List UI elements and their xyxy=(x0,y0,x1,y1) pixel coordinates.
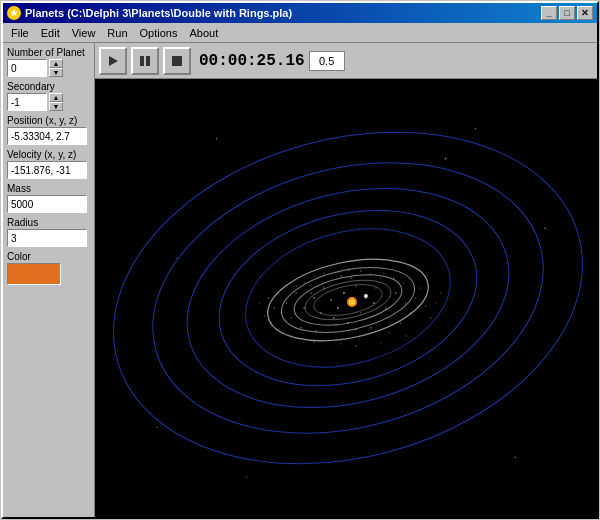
svg-point-41 xyxy=(435,302,436,303)
svg-rect-4 xyxy=(97,79,595,517)
svg-point-56 xyxy=(259,302,260,303)
svg-point-83 xyxy=(544,228,546,230)
radius-section: Radius xyxy=(7,217,90,247)
svg-point-43 xyxy=(430,317,431,318)
svg-rect-2 xyxy=(146,56,150,66)
menu-file[interactable]: File xyxy=(5,25,35,41)
svg-point-37 xyxy=(425,305,426,306)
menu-edit[interactable]: Edit xyxy=(35,25,66,41)
svg-point-31 xyxy=(285,302,287,304)
svg-point-64 xyxy=(304,281,305,282)
svg-point-45 xyxy=(440,292,441,293)
svg-point-52 xyxy=(340,343,341,344)
svg-point-15 xyxy=(375,287,376,288)
secondary-row: ▲ ▼ xyxy=(7,93,90,111)
menu-about[interactable]: About xyxy=(183,25,224,41)
svg-point-29 xyxy=(291,317,292,318)
radius-input[interactable] xyxy=(7,229,87,247)
menu-options[interactable]: Options xyxy=(134,25,184,41)
secondary-spinner-up[interactable]: ▲ xyxy=(49,93,63,102)
svg-point-87 xyxy=(475,128,476,129)
svg-point-30 xyxy=(420,287,421,288)
svg-point-9 xyxy=(337,307,339,309)
svg-point-33 xyxy=(300,327,302,329)
app-icon: ★ xyxy=(7,6,21,20)
window-title: Planets (C:\Delphi 3\Planets\Double with… xyxy=(25,7,292,19)
svg-marker-0 xyxy=(109,56,118,66)
planet-spinner-down[interactable]: ▼ xyxy=(49,68,63,77)
svg-point-24 xyxy=(405,302,406,303)
svg-point-51 xyxy=(355,345,356,346)
maximize-button[interactable]: □ xyxy=(559,6,575,20)
velocity-input[interactable] xyxy=(7,161,87,179)
svg-point-55 xyxy=(450,298,451,299)
svg-point-19 xyxy=(380,277,381,278)
planet-number-section: Number of Planet ▲ ▼ xyxy=(7,47,90,77)
radius-label: Radius xyxy=(7,217,90,228)
secondary-section: Secondary ▲ ▼ xyxy=(7,81,90,111)
svg-point-88 xyxy=(156,427,157,428)
svg-point-6 xyxy=(355,285,357,287)
position-input[interactable] xyxy=(7,127,87,145)
svg-point-21 xyxy=(395,292,397,294)
svg-point-61 xyxy=(403,282,404,283)
speed-input[interactable] xyxy=(309,51,345,71)
secondary-input[interactable] xyxy=(7,93,47,111)
svg-point-40 xyxy=(315,330,317,332)
minimize-button[interactable]: _ xyxy=(541,6,557,20)
svg-point-7 xyxy=(330,299,332,301)
svg-point-80 xyxy=(364,294,368,298)
svg-point-27 xyxy=(295,292,297,294)
simulation-canvas[interactable] xyxy=(95,79,597,517)
title-bar-left: ★ Planets (C:\Delphi 3\Planets\Double wi… xyxy=(7,6,292,20)
svg-point-82 xyxy=(216,138,217,139)
time-display: 00:00:25.16 xyxy=(199,52,305,70)
planet-number-input[interactable] xyxy=(7,59,47,77)
svg-point-20 xyxy=(310,292,312,294)
svg-point-60 xyxy=(393,277,394,278)
secondary-spinner: ▲ ▼ xyxy=(49,93,63,111)
svg-point-11 xyxy=(373,302,375,304)
svg-point-63 xyxy=(313,275,314,276)
planet-number-label: Number of Planet xyxy=(7,47,90,58)
svg-point-18 xyxy=(313,297,315,299)
svg-rect-3 xyxy=(172,56,182,66)
svg-point-65 xyxy=(296,285,297,286)
title-controls: _ □ ✕ xyxy=(541,6,593,20)
stop-button[interactable] xyxy=(163,47,191,75)
planet-number-row: ▲ ▼ xyxy=(7,59,90,77)
svg-point-57 xyxy=(360,270,362,272)
pause-button[interactable] xyxy=(131,47,159,75)
svg-point-32 xyxy=(400,322,401,323)
svg-point-17 xyxy=(385,307,387,309)
secondary-spinner-down[interactable]: ▼ xyxy=(49,102,63,111)
toolbar: 00:00:25.16 xyxy=(95,43,597,79)
position-label: Position (x, y, z) xyxy=(7,115,90,126)
svg-point-54 xyxy=(264,315,265,316)
svg-point-59 xyxy=(383,272,384,273)
mass-input[interactable] xyxy=(7,195,87,213)
velocity-section: Velocity (x, y, z) xyxy=(7,149,90,179)
svg-point-42 xyxy=(274,307,275,308)
svg-point-85 xyxy=(515,457,516,458)
svg-point-46 xyxy=(268,297,269,298)
play-button[interactable] xyxy=(99,47,127,75)
planet-spinner-up[interactable]: ▲ xyxy=(49,59,63,68)
menu-run[interactable]: Run xyxy=(101,25,133,41)
mass-label: Mass xyxy=(7,183,90,194)
main-window: ★ Planets (C:\Delphi 3\Planets\Double wi… xyxy=(1,1,599,519)
color-section: Color xyxy=(7,251,90,285)
mass-section: Mass xyxy=(7,183,90,213)
planet-spinner: ▲ ▼ xyxy=(49,59,63,77)
svg-point-86 xyxy=(246,477,247,478)
svg-point-81 xyxy=(445,158,447,160)
position-section: Position (x, y, z) xyxy=(7,115,90,145)
svg-point-13 xyxy=(360,312,362,314)
svg-point-62 xyxy=(323,272,324,273)
close-button[interactable]: ✕ xyxy=(577,6,593,20)
svg-point-39 xyxy=(388,332,389,333)
svg-point-49 xyxy=(380,342,381,343)
svg-point-84 xyxy=(176,258,177,259)
color-picker[interactable] xyxy=(7,263,61,285)
menu-view[interactable]: View xyxy=(66,25,102,41)
